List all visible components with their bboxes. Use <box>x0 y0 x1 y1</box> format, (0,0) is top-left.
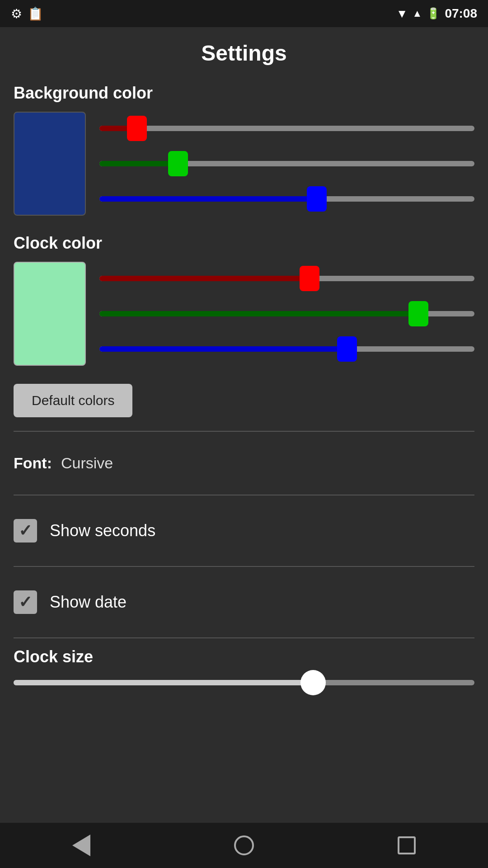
clock-blue-track-fill <box>99 346 347 352</box>
status-left-icons: ⚙ 📋 <box>11 6 43 21</box>
clock-red-thumb[interactable] <box>300 266 319 291</box>
bg-green-slider-row <box>99 151 474 174</box>
clock-blue-slider[interactable] <box>99 346 474 352</box>
clock-size-slider-row <box>14 680 474 685</box>
font-row: Font: Cursive <box>14 441 474 486</box>
bg-red-slider-row <box>99 116 474 139</box>
bottom-nav <box>0 823 488 868</box>
divider-1 <box>14 431 474 432</box>
clock-size-track-fill <box>14 680 313 685</box>
font-value: Cursive <box>61 454 113 472</box>
nav-recents-button[interactable] <box>389 827 425 863</box>
status-bar: ⚙ 📋 ▼ ▲ 🔋 07:08 <box>0 0 488 27</box>
bg-red-slider[interactable] <box>99 126 474 131</box>
background-color-label: Background color <box>14 84 474 103</box>
show-seconds-label: Show seconds <box>50 521 155 540</box>
show-date-checkmark: ✓ <box>19 593 32 612</box>
divider-2 <box>14 495 474 495</box>
clock-blue-slider-row <box>99 337 474 359</box>
page-title: Settings <box>14 41 474 66</box>
clock-size-label: Clock size <box>14 647 474 666</box>
show-seconds-checkbox[interactable]: ✓ <box>14 519 37 542</box>
background-color-controls <box>14 112 474 216</box>
bg-green-thumb[interactable] <box>168 151 188 176</box>
clock-red-track-fill <box>99 276 310 281</box>
default-colors-button[interactable]: Default colors <box>14 384 132 417</box>
bg-blue-thumb[interactable] <box>307 186 327 212</box>
bg-blue-slider-row <box>99 187 474 209</box>
clock-size-thumb[interactable] <box>300 670 326 695</box>
nav-back-button[interactable] <box>63 827 99 863</box>
nav-recents-icon <box>398 836 416 854</box>
font-label: Font: <box>14 454 52 472</box>
nav-home-button[interactable] <box>226 827 262 863</box>
settings-page: Settings Background color <box>0 27 488 823</box>
show-seconds-row[interactable]: ✓ Show seconds <box>14 505 474 557</box>
bg-blue-slider[interactable] <box>99 196 474 202</box>
nav-home-icon <box>234 835 254 855</box>
clock-size-section: Clock size <box>14 647 474 685</box>
status-right-icons: ▼ ▲ 🔋 07:08 <box>396 6 477 21</box>
clock-color-label: Clock color <box>14 234 474 253</box>
show-date-checkbox[interactable]: ✓ <box>14 590 37 614</box>
sd-card-icon: 📋 <box>28 6 43 21</box>
status-time: 07:08 <box>445 6 477 21</box>
clock-red-slider-row <box>99 266 474 289</box>
clock-color-section: Clock color <box>14 234 474 366</box>
show-date-label: Show date <box>50 593 127 612</box>
show-date-row[interactable]: ✓ Show date <box>14 576 474 628</box>
bg-green-track-fill <box>99 161 178 166</box>
bg-red-thumb[interactable] <box>127 116 147 141</box>
bg-blue-track-fill <box>99 196 317 202</box>
clock-size-slider[interactable] <box>14 680 474 685</box>
signal-icon: ▲ <box>413 8 422 19</box>
clock-green-slider-row <box>99 302 474 324</box>
background-color-section: Background color <box>14 84 474 216</box>
wifi-icon: ▼ <box>396 7 408 21</box>
clock-sliders <box>99 262 474 359</box>
clock-green-track-fill <box>99 311 418 316</box>
background-sliders <box>99 112 474 209</box>
bg-green-slider[interactable] <box>99 161 474 166</box>
background-color-preview <box>14 112 86 216</box>
notification-icon: ⚙ <box>11 6 22 21</box>
clock-color-preview <box>14 262 86 366</box>
clock-color-controls <box>14 262 474 366</box>
divider-3 <box>14 566 474 567</box>
divider-4 <box>14 637 474 638</box>
clock-red-slider[interactable] <box>99 276 474 281</box>
clock-green-slider[interactable] <box>99 311 474 316</box>
nav-back-icon <box>72 835 90 856</box>
battery-icon: 🔋 <box>427 7 440 20</box>
show-seconds-checkmark: ✓ <box>19 521 32 540</box>
clock-blue-thumb[interactable] <box>337 336 357 362</box>
bg-red-track-bg <box>99 126 474 131</box>
clock-green-thumb[interactable] <box>408 301 428 326</box>
